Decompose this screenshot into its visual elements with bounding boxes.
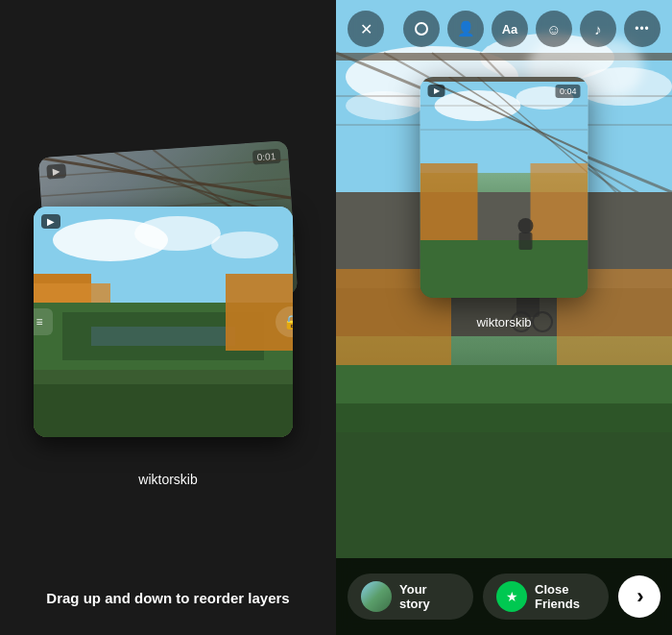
reorder-handle[interactable]: ≡ bbox=[34, 308, 53, 335]
svg-rect-54 bbox=[420, 163, 478, 240]
card-front-video-badge: ▶ bbox=[41, 214, 60, 229]
svg-rect-17 bbox=[91, 327, 235, 346]
svg-point-24 bbox=[576, 67, 672, 106]
lock-icon: 🔒 bbox=[283, 314, 294, 330]
circle-tool-button[interactable] bbox=[403, 11, 440, 47]
story-card-username: wiktorskib bbox=[476, 315, 531, 330]
story-card-svg bbox=[420, 77, 588, 298]
emoji-icon: ☺ bbox=[546, 21, 561, 37]
story-card-overlay: ▶ 0:04 bbox=[420, 77, 588, 298]
svg-point-12 bbox=[211, 232, 278, 258]
svg-rect-58 bbox=[519, 232, 533, 250]
reorder-icon: ≡ bbox=[36, 315, 42, 329]
close-button[interactable]: ✕ bbox=[348, 11, 384, 47]
your-story-label: Your story bbox=[399, 582, 460, 611]
svg-rect-47 bbox=[420, 77, 588, 82]
story-card-video-badge: ▶ bbox=[428, 85, 445, 97]
story-card-time: 0:04 bbox=[556, 85, 581, 98]
close-friends-icon: ★ bbox=[496, 581, 527, 612]
cards-container: ▶ 0:01 bbox=[34, 149, 302, 456]
svg-rect-56 bbox=[420, 240, 588, 298]
close-friends-label: Close Friends bbox=[535, 582, 595, 611]
username-left: wiktorskib bbox=[138, 472, 197, 487]
music-icon: ♪ bbox=[594, 21, 602, 37]
text-icon: Aa bbox=[502, 22, 518, 37]
svg-point-57 bbox=[518, 218, 534, 233]
close-friends-option[interactable]: ★ Close Friends bbox=[483, 574, 609, 620]
circle-icon bbox=[415, 22, 428, 36]
emoji-tool-button[interactable]: ☺ bbox=[536, 11, 572, 47]
svg-point-11 bbox=[134, 216, 221, 251]
story-card-inner bbox=[420, 77, 588, 298]
person-tool-button[interactable]: 👤 bbox=[447, 11, 484, 47]
right-bottom-bar: Your story ★ Close Friends › bbox=[336, 558, 672, 635]
next-arrow-icon: › bbox=[636, 584, 643, 609]
text-tool-button[interactable]: Aa bbox=[492, 11, 528, 47]
right-panel: ✕ 👤 Aa ☺ ♪ ••• bbox=[336, 0, 672, 635]
right-toolbar: ✕ 👤 Aa ☺ ♪ ••• bbox=[336, 0, 672, 58]
left-panel: ▶ 0:01 bbox=[0, 0, 336, 635]
star-icon: ★ bbox=[506, 589, 518, 604]
card-front-image bbox=[34, 207, 293, 437]
music-tool-button[interactable]: ♪ bbox=[580, 11, 616, 47]
your-story-avatar bbox=[361, 581, 392, 612]
your-story-avatar-image bbox=[361, 581, 392, 612]
more-icon: ••• bbox=[635, 22, 650, 36]
more-button[interactable]: ••• bbox=[624, 11, 660, 47]
person-icon: 👤 bbox=[457, 20, 475, 37]
card-front[interactable]: ▶ 🔒 ≡ bbox=[34, 207, 293, 437]
story-card-video-icon: ▶ bbox=[434, 86, 440, 95]
bottom-instruction: Drag up and down to reorder layers bbox=[0, 590, 336, 606]
landscape-svg bbox=[34, 207, 293, 437]
your-story-option[interactable]: Your story bbox=[348, 574, 473, 620]
video-icon-front: ▶ bbox=[47, 216, 55, 227]
toolbar-tools: 👤 Aa ☺ ♪ ••• bbox=[403, 11, 660, 47]
close-icon: ✕ bbox=[360, 20, 372, 38]
next-button[interactable]: › bbox=[618, 575, 660, 618]
svg-rect-19 bbox=[34, 384, 293, 437]
svg-rect-55 bbox=[531, 163, 588, 240]
